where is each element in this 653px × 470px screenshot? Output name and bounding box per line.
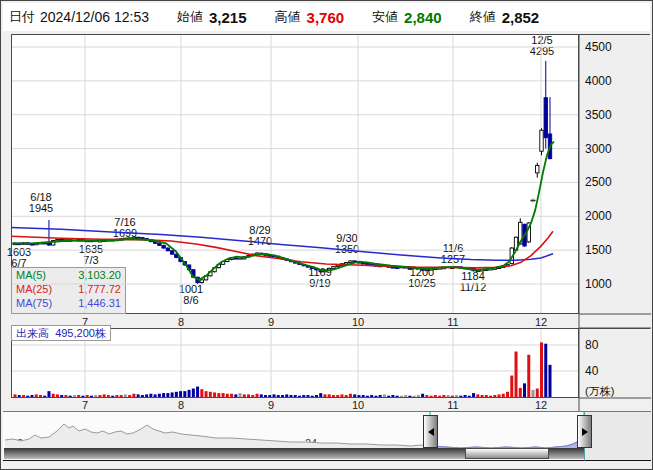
ma25-value: 1,777.72 — [78, 283, 121, 295]
low-value: 2,840 — [404, 9, 442, 26]
left-arrow-icon — [428, 428, 434, 436]
price-tick-label: 3500 — [585, 108, 612, 122]
ma-legend: MA(5) 3,103.20 MA(25) 1,777.72 MA(75) 1,… — [11, 267, 126, 314]
chart-annotation: 7/161699 — [113, 217, 137, 239]
ma5-label: MA(5) — [16, 269, 46, 281]
price-tick-label: 1000 — [585, 277, 612, 291]
open-label: 始値 — [177, 8, 203, 26]
chart-annotation: 16036/7 — [7, 247, 31, 269]
volume-label-box: 出来高 495,200株 — [11, 325, 111, 341]
high-value: 3,760 — [307, 9, 345, 26]
month-tick-label: 7 — [82, 399, 88, 411]
right-arrow-icon — [582, 428, 588, 436]
navigator-right-filler — [584, 411, 651, 461]
volume-label: 出来高 — [16, 327, 49, 339]
quote-header: 日付 2024/12/06 12:53 始値 3,215 高値 3,760 安値… — [3, 3, 650, 31]
chart-annotation: 120010/25 — [408, 267, 436, 289]
volume-value: 495,200株 — [55, 327, 106, 339]
month-tick-label: 9 — [268, 399, 274, 411]
chart-annotation: 12/54295 — [530, 35, 554, 57]
chart-annotation: 9/301350 — [335, 233, 359, 255]
price-tick-label: 2000 — [585, 209, 612, 223]
chart-annotation: 118411/12 — [460, 271, 487, 293]
stock-chart-window: 日付 2024/12/06 12:53 始値 3,215 高値 3,760 安値… — [0, 0, 653, 470]
chart-annotation: 11/61257 — [441, 243, 465, 265]
chart-annotation: 16357/3 — [79, 244, 103, 266]
navigator-left-handle[interactable] — [423, 415, 438, 448]
month-tick-label: 11 — [447, 399, 458, 411]
month-tick-label: 8 — [178, 316, 184, 328]
month-tick-label: 8 — [178, 399, 184, 411]
month-axis-bottom — [3, 398, 650, 411]
ma75-value: 1,446.31 — [78, 297, 121, 309]
price-tick-label: 1500 — [585, 243, 612, 257]
ma75-label: MA(75) — [16, 297, 52, 309]
price-tick-label: 2500 — [585, 175, 612, 189]
navigator-right-handle[interactable] — [577, 415, 592, 448]
ma75-legend-row: MA(75) 1,446.31 — [12, 296, 125, 310]
low-label: 安値 — [372, 8, 398, 26]
close-value: 2,852 — [502, 9, 540, 26]
month-tick-label: 12 — [535, 399, 547, 411]
price-tick-label: 4500 — [585, 40, 612, 54]
month-tick-label: 10 — [352, 399, 364, 411]
chart-annotation: 6/181945 — [29, 192, 53, 214]
close-label: 終値 — [470, 8, 496, 26]
chart-annotation: 11699/19 — [308, 267, 332, 289]
date-label: 日付 — [9, 8, 35, 26]
volume-unit-label: (万株) — [585, 384, 614, 399]
ma5-legend-row: MA(5) 3,103.20 — [12, 268, 125, 282]
price-tick-label: 4000 — [585, 74, 612, 88]
price-tick-label: 3000 — [585, 142, 612, 156]
ma25-label: MA(25) — [16, 283, 52, 295]
ma25-legend-row: MA(25) 1,777.72 — [12, 282, 125, 296]
horizontal-scrollbar[interactable] — [4, 448, 584, 459]
month-tick-label: 9 — [268, 316, 274, 328]
volume-tick-label: 80 — [585, 338, 598, 352]
volume-tick-label: 40 — [585, 364, 598, 378]
ma5-value: 3,103.20 — [78, 269, 121, 281]
chart-annotation: 8/291470 — [248, 225, 272, 247]
month-tick-label: 10 — [352, 316, 364, 328]
open-value: 3,215 — [209, 9, 247, 26]
scrollbar-thumb[interactable] — [465, 448, 549, 459]
month-tick-label: 11 — [447, 316, 458, 328]
high-label: 高値 — [275, 8, 301, 26]
date-value: 2024/12/06 12:53 — [40, 9, 149, 25]
month-tick-label: 12 — [535, 316, 547, 328]
chart-annotation: 10018/6 — [179, 284, 203, 306]
